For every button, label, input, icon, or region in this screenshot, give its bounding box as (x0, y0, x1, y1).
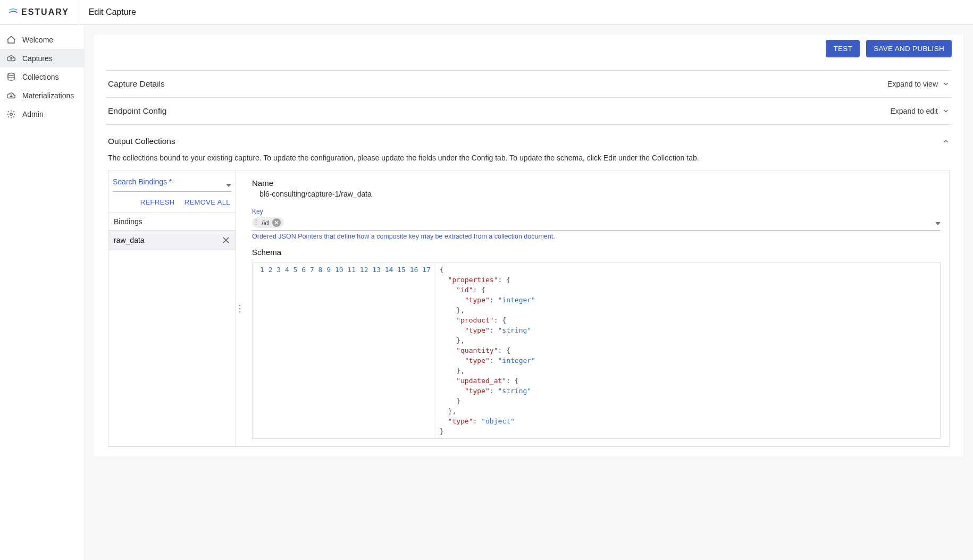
output-collections-body: Search Bindings * REFRESH REMOVE ALL Bin… (108, 171, 950, 447)
bindings-header: Bindings (108, 213, 236, 231)
svg-point-4 (239, 311, 241, 313)
test-button[interactable]: TEST (826, 40, 860, 57)
binding-row[interactable]: raw_data (108, 231, 236, 250)
drag-grip-icon (255, 219, 258, 227)
capture-details-title: Capture Details (108, 79, 165, 89)
svg-point-3 (239, 308, 241, 310)
endpoint-config-title: Endpoint Config (108, 106, 166, 116)
binding-label: raw_data (114, 236, 145, 244)
sidebar-item-label: Collections (22, 73, 58, 81)
endpoint-config-section[interactable]: Endpoint Config Expand to edit (106, 98, 952, 125)
panel-resize-handle[interactable] (236, 171, 244, 446)
svg-point-2 (239, 305, 241, 307)
key-label: Key (252, 208, 941, 215)
capture-details-section[interactable]: Capture Details Expand to view (106, 70, 952, 98)
sidebar-item-label: Admin (22, 110, 44, 118)
name-label: Name (252, 179, 941, 188)
bindings-panel: Search Bindings * REFRESH REMOVE ALL Bin… (108, 171, 236, 446)
refresh-button[interactable]: REFRESH (140, 198, 175, 206)
sidebar-item-materializations[interactable]: Materializations (0, 86, 84, 105)
schema-editor[interactable]: 1 2 3 4 5 6 7 8 9 10 11 12 13 14 15 16 1… (252, 262, 941, 439)
cloud-download-icon (6, 91, 16, 100)
cloud-upload-icon (6, 54, 16, 63)
sidebar: WelcomeCapturesCollectionsMaterializatio… (0, 25, 85, 560)
database-icon (6, 72, 16, 82)
key-chip[interactable]: /id (252, 217, 284, 228)
key-help-text: Ordered JSON Pointers that define how a … (252, 231, 941, 240)
search-bindings-input[interactable]: Search Bindings * (113, 175, 231, 192)
action-toolbar: TEST SAVE AND PUBLISH (106, 40, 952, 57)
sidebar-item-label: Captures (22, 54, 53, 63)
dropdown-caret-icon (226, 180, 231, 189)
topbar: ESTUARY Edit Capture (0, 0, 973, 25)
remove-binding-icon[interactable] (222, 236, 230, 244)
schema-label: Schema (252, 248, 941, 257)
chevron-down-icon (942, 80, 950, 88)
collection-detail-panel: Name bl6-consulting/capture-1/raw_data K… (244, 171, 949, 446)
svg-point-6 (256, 222, 257, 223)
main-content: TEST SAVE AND PUBLISH Capture Details Ex… (85, 25, 973, 560)
sidebar-item-admin[interactable]: Admin (0, 105, 84, 123)
svg-point-5 (256, 219, 257, 220)
chevron-up-icon (942, 138, 950, 145)
name-value: bl6-consulting/capture-1/raw_data (252, 188, 941, 202)
endpoint-config-expand[interactable]: Expand to edit (890, 107, 950, 115)
chevron-down-icon (942, 107, 950, 115)
home-icon (6, 35, 16, 45)
sidebar-item-label: Materializations (22, 91, 74, 100)
dropdown-caret-icon[interactable] (935, 218, 941, 227)
svg-point-0 (8, 73, 14, 75)
logo[interactable]: ESTUARY (9, 0, 79, 24)
svg-point-7 (256, 224, 257, 225)
key-input[interactable]: /id (252, 215, 941, 231)
capture-details-expand[interactable]: Expand to view (887, 80, 950, 88)
output-collections-title: Output Collections (108, 137, 175, 146)
logo-icon (9, 7, 18, 17)
save-publish-button[interactable]: SAVE AND PUBLISH (866, 40, 952, 57)
key-chip-label: /id (262, 219, 269, 227)
sidebar-item-welcome[interactable]: Welcome (0, 30, 84, 49)
remove-all-button[interactable]: REMOVE ALL (184, 198, 230, 206)
remove-chip-icon[interactable] (272, 218, 281, 227)
svg-point-1 (10, 113, 13, 115)
output-collections-description: The collections bound to your existing c… (106, 151, 952, 171)
sidebar-item-collections[interactable]: Collections (0, 67, 84, 86)
sidebar-item-captures[interactable]: Captures (0, 49, 84, 67)
page-title: Edit Capture (89, 7, 136, 17)
logo-text: ESTUARY (21, 7, 69, 17)
sidebar-item-label: Welcome (22, 36, 53, 44)
gear-icon (6, 109, 16, 119)
output-collections-header[interactable]: Output Collections (106, 125, 952, 151)
